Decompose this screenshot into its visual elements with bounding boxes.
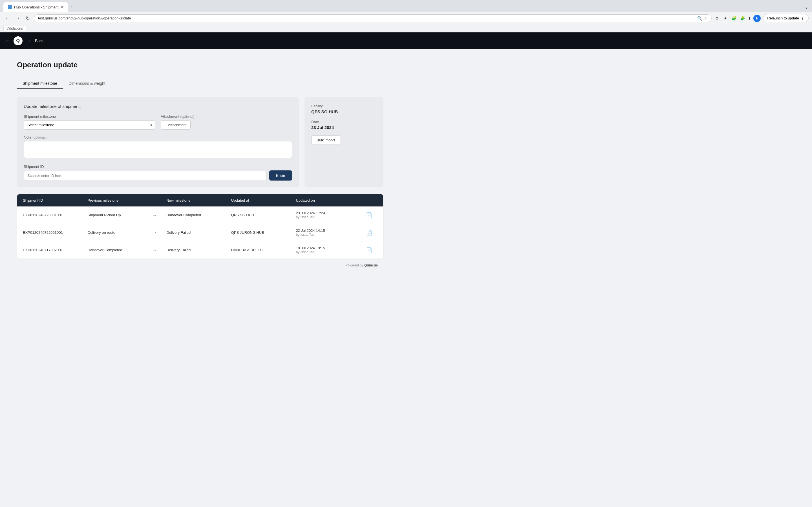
cell-updated-on: 22 Jul 2024 14:15 by Issac Tan	[296, 228, 358, 237]
back-button[interactable]: ← Back	[28, 38, 44, 44]
back-label: Back	[35, 39, 44, 43]
ext-icon-4[interactable]: 🧩	[739, 15, 746, 21]
ext-icon-2[interactable]: ✦	[722, 15, 728, 21]
attachment-button[interactable]: + Attachment	[161, 120, 191, 129]
col-shipment-id: Shipment ID	[23, 198, 85, 203]
cell-new-milestone: Handover Completed	[166, 213, 229, 217]
browser-actions: ⚙ ✦ 🧩 🧩 ⬇ E Relaunch to update ⋮	[714, 14, 809, 22]
cell-new-milestone: Delivery Failed	[166, 248, 229, 252]
tab-favicon	[8, 5, 12, 9]
col-updated-at: Updated at	[231, 198, 293, 203]
refresh-button[interactable]: ↻	[24, 14, 32, 22]
brand-name: Quincus	[364, 263, 378, 267]
address-bar: 🔍 ☆	[34, 14, 712, 22]
milestone-label: Shipment milestone	[24, 114, 155, 119]
hamburger-menu[interactable]: ≡	[6, 38, 9, 44]
browser-chrome: Hub Operations - Shipment × + ⌄	[0, 0, 812, 12]
download-icon[interactable]: ⬇	[748, 16, 751, 20]
bulk-import-button[interactable]: Bulk import	[311, 135, 340, 145]
app-topbar: ≡ Q ← Back	[0, 33, 812, 49]
cell-shipment-id: EXP0120240717002001	[23, 248, 85, 252]
shipment-id-input[interactable]	[24, 171, 266, 180]
date-value: 23 Jul 2024	[311, 125, 377, 130]
profile-avatar[interactable]: E	[753, 15, 761, 22]
cell-arrow: →	[152, 230, 163, 235]
relaunch-more-icon: ⋮	[801, 16, 804, 20]
cell-arrow: →	[152, 247, 163, 252]
attachment-label: Attachment (optional)	[161, 114, 292, 119]
cell-updated-at: HANEDA AIRPORT	[231, 248, 293, 252]
search-icon[interactable]: 🔍	[697, 16, 702, 20]
enter-button[interactable]: Enter	[269, 170, 292, 180]
address-input[interactable]	[38, 16, 695, 20]
browser-toolbar: ← → ↻ 🔍 ☆ ⚙ ✦ 🧩 🧩 ⬇ E Relaunch to update…	[0, 12, 812, 24]
cell-updated-at: QPS JURONG HUB	[231, 230, 293, 235]
col-arrow	[152, 198, 163, 203]
cell-prev-milestone: Shipment Picked Up	[88, 213, 150, 217]
facility-label: Facility	[311, 104, 377, 108]
attachment-optional: (optional)	[180, 115, 194, 119]
shipment-id-label: Shipment ID	[24, 165, 292, 169]
row-doc-icon[interactable]: 📄	[361, 230, 377, 236]
app-logo: Q	[13, 36, 22, 45]
cell-shipment-id: EXP0120240723001001	[23, 213, 85, 217]
cell-arrow: →	[152, 213, 163, 218]
forward-nav-button[interactable]: →	[13, 14, 21, 22]
col-updated-on: Updated on	[296, 198, 358, 203]
section-title: Update milestone of shipment:	[24, 104, 292, 109]
tabs-container: Shipment milestone Dimensions & weight	[17, 78, 384, 89]
new-tab-button[interactable]: +	[68, 3, 76, 11]
cell-new-milestone: Delivery Failed	[166, 230, 229, 235]
table-row: EXP0120240723001001 Shipment Picked Up →…	[17, 207, 383, 224]
table-header: Shipment ID Previous milestone New miles…	[17, 194, 383, 207]
validations-tag[interactable]: Validations	[3, 25, 26, 31]
cell-updated-on: 23 Jul 2024 17:24 by Issac Tan	[296, 211, 358, 219]
table-row: EXP0120240722001001 Delivery on route → …	[17, 224, 383, 241]
cell-prev-milestone: Delivery on route	[88, 230, 150, 235]
sidebar-panel: Facility QPS SG HUB Date 23 Jul 2024 Bul…	[305, 97, 384, 187]
tab-title: Hub Operations - Shipment	[14, 5, 59, 9]
cell-prev-milestone: Handover Completed	[88, 248, 150, 252]
shipment-table: Shipment ID Previous milestone New miles…	[17, 194, 384, 259]
page-footer: Powered by Quincus	[17, 259, 384, 272]
table-row: EXP0120240717002001 Handover Completed →…	[17, 241, 383, 259]
tab-close-btn[interactable]: ×	[61, 4, 63, 10]
row-doc-icon[interactable]: 📄	[361, 212, 377, 218]
main-layout: Update milestone of shipment: Shipment m…	[17, 97, 384, 187]
page-title: Operation update	[17, 61, 384, 69]
tab-dimensions-weight[interactable]: Dimensions & weight	[63, 78, 111, 89]
facility-value: QPS SG HUB	[311, 109, 377, 114]
row-doc-icon[interactable]: 📄	[361, 247, 377, 253]
note-label: Note (optional)	[24, 135, 292, 139]
date-label: Date	[311, 120, 377, 124]
note-group: Note (optional)	[24, 135, 292, 159]
tab-list-button[interactable]: ⌄	[804, 4, 809, 10]
col-new-milestone: New milestone	[166, 198, 229, 203]
cell-shipment-id: EXP0120240722001001	[23, 230, 85, 235]
back-nav-button[interactable]: ←	[3, 14, 11, 22]
back-arrow-icon: ←	[28, 38, 33, 44]
milestone-attachment-row: Shipment milestone Select milestone Atta…	[24, 114, 292, 129]
tab-shipment-milestone[interactable]: Shipment milestone	[17, 78, 63, 89]
note-input[interactable]	[24, 141, 292, 158]
shipment-id-group: Shipment ID Enter	[24, 165, 292, 180]
attachment-group: Attachment (optional) + Attachment	[161, 114, 292, 129]
browser-tab[interactable]: Hub Operations - Shipment ×	[3, 2, 68, 12]
note-optional: (optional)	[33, 135, 47, 139]
relaunch-button[interactable]: Relaunch to update ⋮	[763, 14, 809, 22]
relaunch-label: Relaunch to update	[767, 16, 799, 20]
col-actions	[361, 198, 377, 203]
milestone-group: Shipment milestone Select milestone	[24, 114, 155, 129]
ext-icon-1[interactable]: ⚙	[714, 15, 720, 21]
milestone-select[interactable]: Select milestone	[24, 120, 155, 129]
cell-updated-on: 18 Jul 2024 19:15 by Issac Tan	[296, 246, 358, 254]
col-previous-milestone: Previous milestone	[88, 198, 150, 203]
validations-bar: Validations	[0, 24, 812, 33]
form-panel: Update milestone of shipment: Shipment m…	[17, 97, 299, 187]
bookmark-icon[interactable]: ☆	[704, 16, 707, 20]
shipment-id-row: Enter	[24, 170, 292, 180]
ext-icon-3[interactable]: 🧩	[731, 15, 737, 21]
cell-updated-at: QPS SG HUB	[231, 213, 293, 217]
